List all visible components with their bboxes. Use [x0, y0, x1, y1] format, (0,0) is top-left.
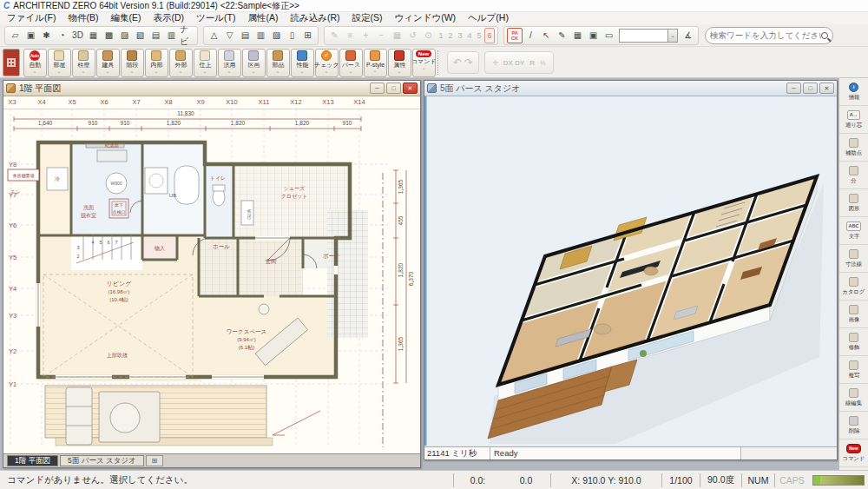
chevron-down-icon[interactable]: ⌄ — [202, 69, 207, 74]
close-button[interactable]: ✕ — [403, 83, 418, 94]
minimize-button[interactable]: ─ — [786, 83, 801, 94]
report-tool-icon[interactable]: ▥ — [164, 28, 179, 43]
command-interior[interactable]: 内部 ⌄ — [145, 49, 168, 77]
chevron-down-icon[interactable]: ⌄ — [227, 69, 231, 74]
cursor-select-icon[interactable]: ↖ — [539, 28, 554, 43]
menu-settings[interactable]: 設定(S) — [352, 12, 382, 24]
sidebar-item-catalog[interactable]: カタログ — [839, 273, 868, 301]
clipboard-icon[interactable]: ▣ — [586, 28, 601, 43]
sidebar-item-decorate[interactable]: 修飾 — [839, 328, 868, 356]
sidebar-item-new-command[interactable]: Newコマンド — [839, 439, 868, 467]
save-icon[interactable]: ▣ — [23, 28, 38, 43]
sidebar-item-grid-axis[interactable]: A→通り芯 — [839, 106, 868, 134]
open-icon[interactable]: ▱ — [8, 28, 23, 43]
zoom-icon[interactable]: ▨ — [269, 28, 284, 43]
chevron-down-icon[interactable]: ⌄ — [81, 69, 85, 74]
sidebar-item-text[interactable]: ABC文字 — [839, 217, 868, 245]
chevron-down-icon[interactable]: ⌄ — [348, 69, 352, 74]
layout-icon-1[interactable]: ▤ — [238, 28, 253, 43]
chevron-down-icon[interactable]: ⌄ — [421, 66, 425, 70]
binoculars-icon[interactable]: ▦ — [570, 28, 585, 43]
command-pstyle[interactable]: P-style ⌄ — [364, 49, 387, 77]
menu-file[interactable]: ファイル(F) — [7, 12, 56, 24]
sidebar-item-line-edit[interactable]: 線編集 — [839, 384, 868, 412]
history-clock-icon[interactable]: ◔ — [55, 28, 69, 43]
command-auto[interactable]: Auto 自動 ⌄ — [23, 49, 47, 77]
sidebar-item-copy[interactable]: 複写 — [839, 356, 868, 384]
command-zone[interactable]: 区画 ⌄ — [242, 49, 266, 77]
command-generic[interactable]: 汎用 ⌄ — [218, 49, 241, 77]
perspective-window[interactable]: 5面 パース スタジオ ─ □ ✕ — [424, 80, 838, 460]
prev-drawing-icon[interactable]: △ — [207, 28, 221, 43]
sidebar-item-shape[interactable]: 図形 — [839, 189, 868, 217]
menu-bukken[interactable]: 物件(B) — [68, 12, 98, 24]
chevron-down-icon[interactable]: ⌄ — [372, 69, 377, 73]
sidebar-item-segment[interactable]: 分 — [839, 162, 868, 189]
command-fitting[interactable]: 建具 ⌄ — [96, 49, 120, 77]
selection-filter-combo[interactable]: ⌄ — [619, 29, 678, 43]
sidebar-item-dimension[interactable]: 寸法線 — [839, 245, 868, 273]
next-drawing-icon[interactable]: ▽ — [222, 28, 237, 43]
chevron-down-icon[interactable]: ⌄ — [178, 69, 182, 74]
navi-icon[interactable]: ナビ — [180, 28, 194, 43]
chevron-down-icon[interactable]: ⌄ — [397, 69, 401, 74]
drawing-thumb-icon-1[interactable]: ▩ — [102, 28, 116, 43]
combo-dropdown-icon[interactable]: ⌄ — [667, 30, 677, 42]
command-new-command[interactable]: New コマンド ⌄ — [412, 49, 436, 77]
command-room[interactable]: 部屋 ⌄ — [48, 49, 71, 77]
split-2-icon[interactable]: ▯ — [285, 28, 299, 43]
split-4-icon[interactable]: ⊞ — [300, 28, 315, 43]
sidebar-item-aux-point[interactable]: 補助点 — [839, 134, 868, 162]
floor-plan-window[interactable]: 1階 平面図 ─ □ ✕ — [3, 80, 421, 468]
maximize-button[interactable]: □ — [803, 83, 818, 94]
perspective-window-titlebar[interactable]: 5面 パース スタジオ ─ □ ✕ — [424, 81, 837, 96]
chevron-down-icon[interactable]: ⌄ — [251, 69, 255, 74]
drawing-scale[interactable]: 1/100 — [661, 473, 700, 487]
command-attribute[interactable]: 属性 ⌄ — [388, 49, 411, 77]
perspective-canvas[interactable] — [424, 96, 837, 446]
command-finish[interactable]: 仕上 ⌄ — [194, 49, 217, 77]
settings-gear-icon[interactable]: ✱ — [39, 28, 54, 43]
command-parts[interactable]: 部品 ⌄ — [266, 49, 290, 77]
sidebar-item-info[interactable]: i情報 — [839, 78, 868, 106]
command-pillar-wall[interactable]: 柱壁 ⌄ — [72, 49, 95, 77]
command-stairs[interactable]: 階段 ⌄ — [121, 49, 144, 77]
floor-plan-window-titlebar[interactable]: 1階 平面図 ─ □ ✕ — [3, 81, 420, 96]
command-perspective[interactable]: パース ⌄ — [339, 49, 363, 77]
search-icon[interactable] — [821, 32, 828, 39]
pack-mode-icon[interactable]: PA CK — [507, 28, 523, 43]
drawing-thumb-icon-2[interactable]: ▨ — [117, 28, 132, 43]
floor-plan-canvas[interactable]: X3X4 X5X6 X7X8 X9X10 X11X12 X13X14 Y8 Y7… — [3, 96, 420, 453]
layout-icon-2[interactable]: ▥ — [253, 28, 268, 43]
tab-perspective-studio[interactable]: 5面 パース スタジオ — [60, 455, 144, 466]
sidebar-item-image[interactable]: 画像 — [839, 301, 868, 328]
pen-edit-icon[interactable]: ✎ — [555, 28, 569, 43]
chevron-down-icon[interactable]: ⌄ — [32, 69, 36, 74]
drawing-thumb-icon-3[interactable]: ▧ — [133, 28, 148, 43]
menu-help[interactable]: ヘルプ(H) — [468, 12, 509, 24]
quick-palette-icon[interactable] — [3, 49, 20, 76]
menu-import[interactable]: 読み込み(R) — [290, 12, 339, 24]
chevron-down-icon[interactable]: ⌄ — [275, 69, 279, 74]
spec-tool-icon[interactable]: ▤ — [148, 28, 163, 43]
menu-window[interactable]: ウィンドウ(W) — [394, 12, 456, 24]
command-performance[interactable]: 性能 ⌄ — [291, 49, 314, 77]
command-exterior[interactable]: 外部 ⌄ — [169, 49, 193, 77]
sidebar-item-delete[interactable]: 削除 — [839, 412, 868, 439]
chevron-down-icon[interactable]: ⌄ — [129, 69, 134, 74]
measure-tool-icon[interactable]: ∡ — [681, 28, 695, 43]
command-check[interactable]: ✓ チェック ⌄ — [315, 49, 339, 77]
chevron-down-icon[interactable]: ⌄ — [154, 69, 158, 74]
maximize-button[interactable]: □ — [386, 83, 401, 94]
line-tool-icon[interactable]: / — [523, 28, 538, 43]
close-button[interactable]: ✕ — [819, 83, 834, 94]
angle-value[interactable]: 90.0度 — [700, 473, 741, 487]
chevron-down-icon[interactable]: ⌄ — [56, 69, 61, 74]
search-input[interactable] — [710, 30, 821, 40]
tab-floor-plan[interactable]: 1階 平面図 — [7, 455, 58, 466]
tab-tool-icon[interactable]: ⊞ — [146, 455, 163, 466]
chevron-down-icon[interactable]: ⌄ — [105, 69, 109, 74]
chevron-down-icon[interactable]: ⌄ — [299, 69, 304, 74]
3d-view-icon[interactable]: 3D — [70, 28, 85, 43]
menu-tools[interactable]: ツール(T) — [196, 12, 235, 24]
